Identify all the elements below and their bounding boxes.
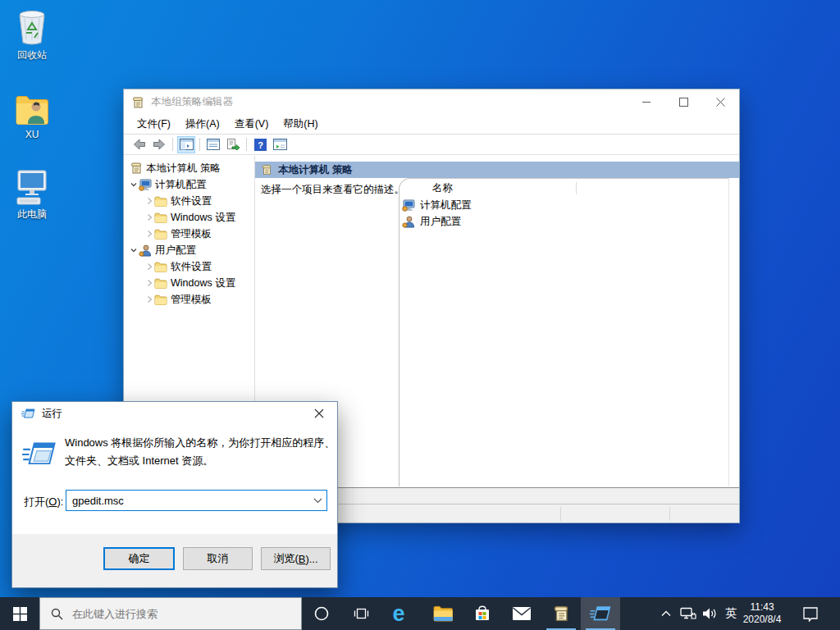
action-center-button[interactable] [792,597,829,630]
new-window-icon[interactable] [271,136,289,153]
cortana-button[interactable] [305,597,338,630]
open-label: 打开(O): [24,495,63,509]
tree-item-label[interactable]: 计算机配置 [155,178,207,192]
list-item-label[interactable]: 用户配置 [420,215,461,229]
tree-item-windows-settings[interactable]: Windows 设置 [124,275,254,291]
chevron-down-icon[interactable] [129,246,139,254]
tree-item-label[interactable]: 软件设置 [171,260,212,274]
maximize-button[interactable] [665,89,702,115]
run-description-line1: Windows 将根据你所输入的名称，为你打开相应的程序、 [65,434,335,452]
menu-view[interactable]: 查看(V) [227,115,276,134]
tree-item-windows-settings[interactable]: Windows 设置 [124,209,254,226]
tray-overflow-button[interactable] [656,597,676,630]
close-button[interactable] [702,89,739,115]
tree-item-software-settings[interactable]: 软件设置 [124,193,254,209]
chevron-right-icon[interactable] [144,295,154,304]
folder-icon [154,262,167,272]
chevron-right-icon[interactable] [144,197,154,205]
selection-description: 选择一个项目来查看它的描述。 [261,183,404,197]
microsoft-store-icon [473,605,491,623]
export-list-icon[interactable] [224,136,242,153]
clock-time: 11:43 [750,601,774,614]
list-item-computer-config[interactable]: 计算机配置 [399,197,728,213]
gpedit-taskbar-button[interactable] [541,597,581,630]
taskbar-clock[interactable]: 11:43 2020/8/4 [740,597,784,630]
cortana-circle-icon [314,606,329,621]
cancel-button[interactable]: 取消 [183,547,253,570]
tree-item-label[interactable]: 用户配置 [155,244,196,258]
list-item-label[interactable]: 计算机配置 [420,199,472,212]
open-input[interactable] [66,495,308,507]
chevron-down-icon[interactable] [308,498,326,504]
tree-item-label[interactable]: 本地计算机 策略 [146,162,221,176]
minimize-button[interactable] [628,89,665,115]
browse-button[interactable]: 浏览(B)... [261,547,331,570]
user-folder-desktop-icon[interactable]: XU [2,87,62,140]
tree-item-label[interactable]: Windows 设置 [171,211,235,225]
list-item-user-config[interactable]: 用户配置 [399,213,728,230]
mail-icon [512,606,532,621]
run-dialog: 运行 Windows 将根据你所输入的名称，为你打开相应的程序、 文件夹、文档或… [11,401,338,588]
help-icon[interactable]: ? [251,136,269,153]
run-footer: 确定 取消 浏览(B)... [12,534,337,587]
column-divider[interactable] [576,182,577,194]
scroll-icon [261,164,272,176]
volume-tray-button[interactable] [699,597,720,630]
search-input[interactable] [72,608,277,620]
tree-item-software-settings[interactable]: 软件设置 [124,258,254,275]
list-column-header[interactable]: 名称 [399,179,728,197]
edge-button[interactable]: e [381,597,417,630]
toolbar-separator [246,138,247,151]
chevron-down-icon[interactable] [129,180,139,189]
menu-action[interactable]: 操作(A) [178,115,227,134]
tree-item-label[interactable]: 管理模板 [171,293,212,307]
user-config-icon [402,216,415,228]
tree-item-label[interactable]: 软件设置 [171,194,212,208]
tree-item-admin-templates[interactable]: 管理模板 [124,291,254,308]
close-icon[interactable] [300,402,337,425]
menu-file[interactable]: 文件(F) [130,115,178,134]
back-icon[interactable] [130,136,148,153]
tree-item-label[interactable]: Windows 设置 [171,276,235,290]
start-button[interactable] [0,597,39,630]
chevron-right-icon[interactable] [144,230,154,238]
run-icon [22,439,57,470]
mail-button[interactable] [502,597,541,630]
run-titlebar[interactable]: 运行 [12,402,337,425]
microsoft-store-button[interactable] [463,597,502,630]
chevron-right-icon[interactable] [144,279,154,287]
console-tree-toggle-icon[interactable] [177,136,195,153]
run-icon [590,605,611,623]
menu-help[interactable]: 帮助(H) [276,115,325,134]
open-combobox[interactable] [66,490,327,511]
action-center-icon [802,606,819,622]
tree-item-computer-config[interactable]: 计算机配置 [124,176,254,193]
recycle-bin-desktop-icon[interactable]: 回收站 [2,7,62,62]
clock-date: 2020/8/4 [743,614,782,626]
input-language-indicator[interactable]: 英 [720,597,742,630]
toolbar-separator [199,138,200,151]
this-pc-icon [2,166,62,205]
name-column-label[interactable]: 名称 [432,181,453,195]
this-pc-desktop-icon[interactable]: 此电脑 [2,166,62,221]
run-taskbar-button[interactable] [581,597,620,630]
computer-config-icon [139,179,152,191]
chevron-right-icon[interactable] [144,262,154,271]
recycle-bin-label: 回收站 [2,48,62,62]
tree-item-user-config[interactable]: 用户配置 [124,242,254,258]
ok-button[interactable]: 确定 [103,547,175,570]
folder-icon [154,294,167,305]
tree-item-label[interactable]: 管理模板 [171,227,212,241]
edge-icon: e [392,601,404,627]
tree-item-admin-templates[interactable]: 管理模板 [124,226,254,242]
taskbar-search-box[interactable] [39,597,302,630]
properties-icon[interactable] [204,136,222,153]
chevron-right-icon[interactable] [144,213,154,221]
gpedit-titlebar[interactable]: 本地组策略编辑器 [124,89,739,115]
network-tray-button[interactable] [678,597,699,630]
tree-item-local-computer-policy[interactable]: 本地计算机 策略 [124,160,254,176]
forward-icon[interactable] [150,136,168,153]
file-explorer-button[interactable] [423,597,463,630]
user-folder-label: XU [2,129,62,140]
task-view-button[interactable] [345,597,377,630]
